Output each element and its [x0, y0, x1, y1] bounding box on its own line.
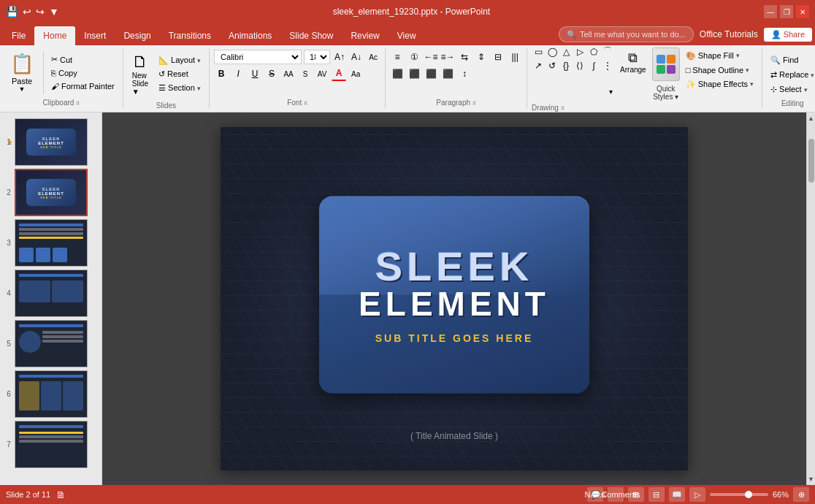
tab-home[interactable]: Home — [34, 26, 75, 45]
scroll-thumb[interactable] — [808, 139, 814, 183]
integral-shape[interactable]: ∫ — [587, 59, 600, 72]
normal-view-button[interactable]: ⊞ — [628, 487, 644, 502]
curve-shape[interactable]: ↺ — [546, 59, 559, 72]
redo-icon[interactable]: ↪ — [36, 6, 45, 18]
paste-button[interactable]: 📋 Paste ▼ — [4, 50, 39, 96]
font-color-button[interactable]: A — [332, 66, 346, 81]
clear-format-button[interactable]: Ac — [366, 50, 380, 64]
slide-row-7[interactable]: 7 — [0, 421, 102, 468]
tab-animations[interactable]: Animations — [220, 26, 280, 45]
tab-view[interactable]: View — [389, 26, 425, 45]
tab-file[interactable]: File — [3, 26, 34, 45]
clipboard-expand-icon[interactable]: ⌗ — [76, 99, 80, 107]
slide-row-2[interactable]: 2 SLEEK ELEMENT SUB TITLE — [0, 169, 102, 216]
slide-row-1[interactable]: 1 ★ SLEEK ELEMENT SUB TITLE — [0, 118, 102, 166]
layout-button[interactable]: 📐 Layout ▾ — [155, 54, 204, 66]
tab-transitions[interactable]: Transitions — [160, 26, 220, 45]
increase-indent-button[interactable]: ≡→ — [440, 50, 455, 64]
save-icon[interactable]: 💾 — [6, 6, 18, 18]
share-button[interactable]: 👤 Share — [764, 28, 812, 42]
font-name-select[interactable]: Calibri — [214, 50, 302, 64]
columns-button[interactable]: ||| — [508, 50, 522, 64]
align-text-button[interactable]: ⊟ — [491, 50, 505, 64]
office-tutorials-button[interactable]: Office Tutorials — [700, 29, 758, 39]
restore-button[interactable]: ❐ — [780, 5, 793, 18]
tab-slideshow[interactable]: Slide Show — [280, 26, 342, 45]
slide-thumb-1[interactable]: SLEEK ELEMENT SUB TITLE — [15, 118, 88, 166]
section-button[interactable]: ☰ Section ▾ — [155, 82, 204, 94]
line-spacing-button[interactable]: ↕ — [457, 66, 472, 81]
format-painter-button[interactable]: 🖌 Format Painter — [47, 80, 118, 92]
scroll-down-button[interactable]: ▼ — [807, 473, 815, 485]
align-left-button[interactable]: ⬛ — [390, 66, 405, 81]
arrow-shape[interactable]: ▷ — [573, 45, 586, 58]
slide-row-6[interactable]: 6 — [0, 370, 102, 418]
scroll-track[interactable] — [807, 124, 815, 473]
slide-thumb-7[interactable] — [15, 421, 88, 468]
shape-outline-button[interactable]: □ Shape Outline ▾ — [682, 64, 757, 76]
pentagon-shape[interactable]: ⬠ — [587, 45, 600, 58]
quick-styles-button[interactable] — [652, 47, 680, 81]
numbering-button[interactable]: ① — [407, 50, 421, 64]
tab-insert[interactable]: Insert — [75, 26, 115, 45]
zoom-thumb[interactable] — [745, 491, 752, 498]
center-button[interactable]: ⬛ — [407, 66, 421, 81]
customize-icon[interactable]: ▼ — [49, 6, 59, 18]
copy-button[interactable]: ⎘ Copy — [47, 67, 118, 79]
shape-effects-button[interactable]: ✨ Shape Effects ▾ — [682, 78, 757, 91]
angle-shape[interactable]: ⟨⟩ — [573, 59, 586, 72]
strikethrough-button[interactable]: S — [264, 66, 279, 81]
oval-shape[interactable]: ◯ — [546, 45, 559, 58]
comments-button[interactable]: 💬 Comments — [608, 487, 624, 502]
slide-sorter-button[interactable]: ⊟ — [648, 487, 665, 502]
underline-button[interactable]: U — [248, 66, 262, 81]
slide-thumb-3[interactable] — [15, 219, 88, 267]
italic-button[interactable]: I — [231, 66, 245, 81]
slide-thumb-2[interactable]: SLEEK ELEMENT SUB TITLE — [15, 169, 88, 216]
slide-canvas[interactable]: SLEEK ELEMENT SUB TITLE GOES HERE ( Titl… — [221, 127, 688, 470]
font-grow-button[interactable]: A↑ — [332, 50, 347, 64]
slide-row-4[interactable]: 4 — [0, 270, 102, 317]
convert-smartart-button[interactable]: ⇆ — [457, 50, 472, 64]
zoom-slider[interactable] — [710, 493, 768, 496]
font-expand-icon[interactable]: ⌗ — [304, 99, 307, 107]
arc-shape[interactable]: ⌒ — [601, 45, 614, 58]
rect-shape[interactable]: ▭ — [532, 45, 545, 58]
bullets-button[interactable]: ≡ — [390, 50, 405, 64]
font-shrink-button[interactable]: A↓ — [349, 50, 364, 64]
slide-show-button[interactable]: ▷ — [689, 487, 705, 502]
brace-shape[interactable]: {} — [559, 59, 573, 72]
paragraph-expand-icon[interactable]: ⌗ — [472, 99, 476, 107]
reset-button[interactable]: ↺ Reset — [155, 68, 204, 80]
slide-thumb-6[interactable] — [15, 370, 88, 418]
char-spacing-button[interactable]: AV — [315, 66, 329, 81]
replace-button[interactable]: ⇄ Replace ▾ — [767, 69, 815, 81]
font-size-select[interactable]: 18 — [304, 50, 330, 64]
change-case-button[interactable]: Aa — [348, 66, 363, 81]
find-button[interactable]: 🔍 Find — [767, 54, 815, 66]
triangle-shape[interactable]: △ — [559, 45, 573, 58]
text-direction-button[interactable]: ⇕ — [474, 50, 489, 64]
reading-view-button[interactable]: 📖 — [669, 487, 685, 502]
close-button[interactable]: ✕ — [796, 5, 809, 18]
fit-slide-button[interactable]: ⊕ — [793, 487, 809, 502]
decrease-indent-button[interactable]: ←≡ — [424, 50, 438, 64]
bold-button[interactable]: B — [214, 66, 229, 81]
slide-center-box[interactable]: SLEEK ELEMENT SUB TITLE GOES HERE — [319, 196, 589, 394]
more-shapes-arrow[interactable]: ▾ — [532, 88, 614, 96]
arrange-button[interactable]: ⧉ Arrange — [616, 47, 650, 77]
tell-me-box[interactable]: 🔍 Tell me what you want to do... — [559, 26, 694, 42]
small-caps-button[interactable]: AA — [281, 66, 296, 81]
slide-thumb-4[interactable] — [15, 270, 88, 317]
undo-icon[interactable]: ↩ — [23, 6, 31, 18]
align-right-button[interactable]: ⬛ — [424, 66, 438, 81]
line-shape[interactable]: ↗ — [532, 59, 545, 72]
slide-row-3[interactable]: 3 — [0, 219, 102, 267]
slide-row-5[interactable]: 5 — [0, 320, 102, 367]
select-button[interactable]: ⊹ Select ▾ — [767, 83, 815, 96]
justify-button[interactable]: ⬛ — [440, 66, 455, 81]
new-slide-button[interactable]: 🗋 NewSlide ▼ — [128, 50, 153, 99]
cut-button[interactable]: ✂ Cut — [47, 53, 118, 66]
tab-design[interactable]: Design — [115, 26, 159, 45]
shape-fill-button[interactable]: 🎨 Shape Fill ▾ — [682, 50, 757, 62]
